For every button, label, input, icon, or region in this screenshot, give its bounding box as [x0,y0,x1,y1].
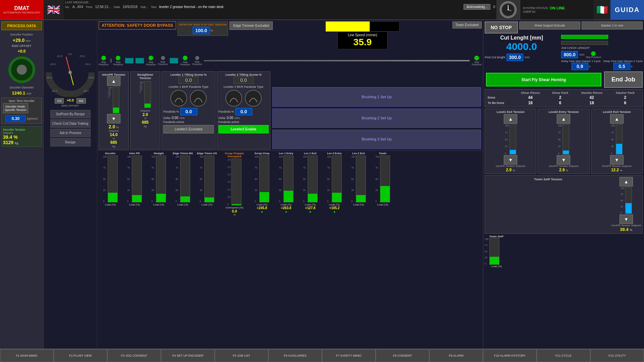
f3-button[interactable]: F3 JOG CONSENT [107,349,161,362]
tbd-stacker-pieces: 18 [574,100,609,106]
end-job-button[interactable]: End Job [604,71,643,88]
leveler2-parabola-pct[interactable]: 0.0 [235,108,252,115]
intro-pr-bar-fill [113,108,119,113]
level2-exit-down-button[interactable]: ▼ [610,155,624,165]
delay-time-2-unit: s [631,65,633,68]
straightner-tension-box: Straightner Tension 1007550250 Setpoint … [130,71,160,149]
f10-button[interactable]: F10 ALARM HYSTORY [483,349,537,362]
flag-uk-icon[interactable]: 🇬🇧 [44,0,64,19]
level2-entry-tension-box: Level2 Entry Tension ▲ 1007550250 ▼ Intr… [538,109,589,174]
delay-time-1-value[interactable]: 0.9 [572,63,588,70]
level2-exit-bar-fill [616,144,622,154]
process-data-button[interactable]: PROCESS DATA [1,21,42,30]
strip-presence-right-indicator [591,51,596,56]
load-bar-straight: Straight 1007550250 Load (%) [147,152,170,219]
load-bar-lev1-exit: Lev 1 Exit 1007550250 Load (%) +127.8 ▲ [299,152,322,219]
progress-bar-green [561,35,608,39]
spec-tens-box: Spec Tens Decoiler Decoiler Mode:Specifi… [1,98,42,124]
second-choix-value[interactable]: 800.0 [561,51,578,58]
leveler1-box: Leveler 1 Tilting Screw % 0.0 Leveler 1 … [162,71,215,149]
first-cut-label: First Cut lenght [485,56,505,59]
towin-setp-up-button[interactable]: ▲ [620,177,633,186]
level2-entry-up-button[interactable]: ▲ [557,114,570,124]
acknowledge-button[interactable]: Acknowledg... [464,4,490,10]
leveler1-delta-unit: mm [179,116,184,120]
lev1-exit-bar-fill [308,194,317,202]
towin-bottom-load-label: Load (%) [485,265,508,268]
leveler2-parabolas [218,90,269,107]
f11-button[interactable]: F11 CYCLE [537,349,590,362]
stacker1-button[interactable]: Stacker 1 In Use [582,21,643,29]
lev1-entry-value: +263.8 [281,206,291,210]
towin-excluded-button[interactable]: Towin Excluded [452,21,482,28]
fly-shear-button[interactable]: Start Fly Shear Homing [486,73,601,86]
parabola1-left [170,90,187,107]
f12-button[interactable]: F12 UTILITY [590,349,644,362]
decoiler-diameter-label: Decoiler Diameter [1,86,42,89]
logo-subtitle: AUTOMATION TECHNOLOGY [3,11,41,14]
done-shear-pack: 2 [546,95,574,100]
f5-button[interactable]: F5 JOB LIST [215,349,268,362]
brushing1-button[interactable]: Brushing 1 Set Up [272,87,481,106]
leveler1-excluded-button[interactable]: Leveler1 Excluded [163,125,214,133]
ack-value: 0 [493,5,495,9]
svg-text:-60.0: -60.0 [46,76,53,79]
f2-button[interactable]: F2 PLANT VIEW [54,349,107,362]
scrap-chop-bar-label: Scrap Chop [255,152,270,155]
flag-italy-icon[interactable]: 🇮🇹 [594,0,610,19]
intro-pr-tens-value[interactable]: 100.0 [193,27,210,34]
f6-button[interactable]: F6 AUXILIARIES [268,349,322,362]
recipe-button[interactable]: Recipe [50,138,91,146]
brushing-area: Brushing 1 Set Up Brushing 2 Set Up Brus… [272,71,482,149]
gauge-os-button[interactable]: OS [55,98,64,104]
straightner-setpoint: Setpoint 2.0 % 685 kg [140,109,150,128]
brushing3-button[interactable]: Brushing 3 Set Up [272,130,481,149]
level1-exit-up-button[interactable]: ▲ [504,114,517,124]
delay-time-col: 2nd CHOIX LENGHT 800.0 mm Strip Presence… [561,35,643,70]
system-status-label: SYSTEM STATUS: [523,6,548,10]
job-in-process-button[interactable]: Job In Process [50,129,91,137]
intro-pr-tension-kg: 685 [100,140,127,145]
guida-button[interactable]: GUIDA [610,0,644,19]
f8-button[interactable]: F8 CONSENT [376,349,429,362]
leveler2-enable-button[interactable]: Leveler2 Enable [218,125,269,133]
edge-trimmer-excluded-button[interactable]: Edge Trimmer Excluded [229,21,273,30]
gauge-ms-button[interactable]: MS [76,98,86,104]
middle-row: IntroPR Tension ▲ 1007550250 ▼ [97,71,483,150]
f7-button[interactable]: F7 SAFETY MIMIC [322,349,376,362]
level2-exit-up-button[interactable]: ▲ [610,114,624,124]
level1-exit-tension-box: Level1 Exit Tension ▲ 1007550250 ▼ Intro… [485,109,536,174]
delay-time-2-value[interactable]: 0.5 [613,63,630,70]
delay-time-1-label: Delay Time Start Stacker 1 Cycle [561,60,600,63]
check-coil-data-button[interactable]: Check Coil Data Traking [50,119,91,128]
no-stop-button[interactable]: NO STOP [485,21,518,34]
strip-presence-2 [116,56,120,60]
first-cut-row: First Cut lenght 300.0 mm [485,54,558,61]
towin-setp-tension-box: Towin SetP Tension ▲ 1007550250 ▼ IntroP… [485,175,643,234]
leveler2-title: Leveler 2 Tilting Screw % [218,73,269,76]
strip-presence-1 [101,56,106,60]
lev1-exit-value: +127.8 [305,206,316,210]
brushing2-button[interactable]: Brushing 2 Set Up [272,109,481,128]
lev1-entry-load-label: Load (%) [281,203,291,206]
f9-button[interactable]: F9 ALARM [429,349,483,362]
decoiler-position-unit: mm [25,39,31,43]
towin-setp-down-button[interactable]: ▼ [620,215,633,224]
decoiler-mode-button[interactable]: Decoiler Mode:Specific Tension [3,103,28,113]
leveler1-parabola-pct[interactable]: 0.0 [180,108,197,115]
setpoint-input[interactable]: 0.30 [5,115,25,122]
intro-pr-up-button[interactable]: ▲ [107,76,120,86]
first-cut-value[interactable]: 300.0 [506,54,523,61]
f1-button[interactable]: F1 MAIN MIMIC [0,349,54,362]
straightner-kg: 685 [140,120,150,125]
level1-exit-down-button[interactable]: ▼ [504,155,517,165]
intro-pr-down-button[interactable]: ▼ [107,114,120,123]
f4-button[interactable]: F4 SET UP ENCODER [161,349,215,362]
sheet-support-button[interactable]: Sheet Support Exlcude [519,21,580,29]
fly-shear-end-job-row: Start Fly Shear Homing End Job [485,71,643,88]
svg-point-16 [68,71,72,74]
setpoint-by-recipe-button[interactable]: SetPoint By Recipe [50,110,91,118]
towin-setp-bar [625,187,632,214]
level2-entry-down-button[interactable]: ▼ [557,155,570,165]
load-bar-edge-os: Edge Trimm OS 1007550250 Load (%) [195,152,219,219]
